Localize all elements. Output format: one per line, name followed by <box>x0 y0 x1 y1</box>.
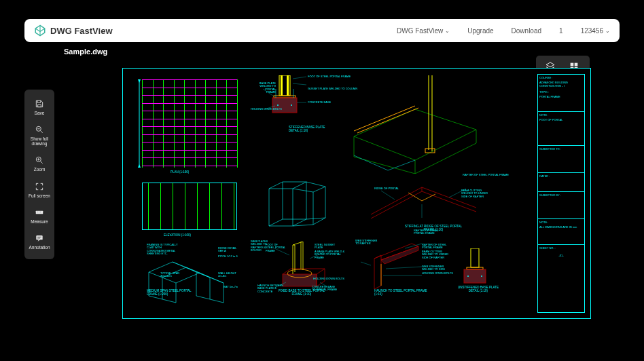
svg-rect-52 <box>464 269 486 283</box>
label: WEB STIFFENER TO RAFTER <box>355 240 379 246</box>
plan-view: document.write(Array.from({length:10},(_… <box>142 79 237 168</box>
nav-user-dropdown[interactable]: 123456⌄ <box>581 27 610 35</box>
label: TYPICAL SPAN 30m-40m <box>160 272 184 278</box>
svg-line-32 <box>381 191 395 200</box>
chevron-down-icon: ⌄ <box>605 28 610 34</box>
elevation-title: ELEVATION (1:100) <box>164 233 191 237</box>
svg-rect-5 <box>575 63 578 66</box>
document-filename: Sample.dwg <box>64 48 107 56</box>
app-logo: DWG FastView <box>34 24 113 37</box>
label: FRAMING IS TYPICALLY CLAD WITH CORRUGATE… <box>147 244 181 256</box>
label: PITCH 1/12 to 6 <box>218 255 238 258</box>
title-block: COURSE : ADVANCED BUILDING CONSTRUCTION … <box>537 74 585 313</box>
unstiffened-base <box>456 248 503 286</box>
label: FOOT OF STEEL PORTAL FRAME <box>308 75 351 78</box>
left-toolbar: Save Show full drawing Zoom Full screen … <box>24 90 54 259</box>
nav-upgrade[interactable]: Upgrade <box>467 27 493 35</box>
nav-fastview-dropdown[interactable]: DWG FastView⌄ <box>397 27 450 35</box>
label: HOLDING DOWN BOLTS <box>422 272 453 275</box>
svg-point-54 <box>481 276 482 277</box>
annotation-button[interactable]: Annotation <box>24 229 54 254</box>
svg-marker-10 <box>138 164 141 168</box>
logo-icon <box>34 24 46 37</box>
nav-download[interactable]: Download <box>512 27 541 35</box>
label: FOOT OF STEEL PORTAL FRAME <box>266 244 286 252</box>
label: STEEL GUSSET PLATE <box>315 244 342 250</box>
svg-rect-28 <box>425 149 435 153</box>
label: RIDGE OF PORTAL <box>374 187 399 190</box>
drawing-canvas[interactable]: document.write(Array.from({length:10},(_… <box>122 68 591 319</box>
label: A BASE PLATE WELD & BOLTED TO PORTAL FRA… <box>315 250 345 259</box>
haunch-title: HAUNCH TO STEEL PORTAL FRAME (1:10) <box>374 289 429 296</box>
label: BAY 5m-7m <box>223 286 238 288</box>
label: WALL HEIGHT 4m-8m <box>218 272 238 278</box>
magnify-plus-icon <box>35 155 44 165</box>
svg-marker-9 <box>138 79 141 83</box>
annotation-icon <box>35 233 44 243</box>
app-title: DWG FastView <box>50 26 113 36</box>
label: RAFTER OF STEEL PORTAL FRAME <box>463 174 509 176</box>
ridge-title: STIFFING AT RIDGE OF STEEL PORTAL FRAME … <box>403 225 464 231</box>
svg-point-17 <box>291 104 292 106</box>
magnify-minus-icon <box>35 125 44 134</box>
svg-rect-3 <box>36 235 42 240</box>
medium-span-title: MEDIUM SPAN STEEL PORTAL FRAME (1:200) <box>147 289 201 296</box>
svg-line-20 <box>293 77 306 79</box>
save-button[interactable]: Save <box>24 95 54 119</box>
label: HOLDING DOWN BOLTS <box>251 108 282 111</box>
svg-line-21 <box>293 83 306 85</box>
fullscreen-button[interactable]: Full screen <box>24 178 54 202</box>
svg-rect-50 <box>471 248 479 267</box>
svg-line-48 <box>386 267 422 269</box>
wireframe-3d <box>259 178 334 233</box>
svg-rect-2 <box>36 210 43 214</box>
stiffened-title: STIFFENED BASE PLATE DETAIL (1:10) <box>289 126 329 132</box>
svg-rect-4 <box>571 63 574 66</box>
label: BEAM CUTTING WELDED TO UNDER SIDE OF RAF… <box>461 189 488 198</box>
save-icon <box>35 99 44 109</box>
label: WEB STIFFENER WELDED TO SIDE <box>422 265 449 271</box>
unstiffened-title: UNSTIFFENED BASE PLATE DETAIL (1:10) <box>454 286 502 292</box>
svg-rect-13 <box>287 75 289 96</box>
chevron-down-icon: ⌄ <box>445 28 450 34</box>
fixed-base-title: FIXED BASE TO STEEL PORTAL FRAME (1:10) <box>278 289 325 296</box>
zoom-button[interactable]: Zoom <box>24 151 54 176</box>
label: RAFTER OF STEEL PORTAL FRAME <box>422 244 448 250</box>
svg-point-16 <box>277 104 279 106</box>
label: RIDGE DETAIL SEE A <box>218 247 242 253</box>
elevation-view: document.write(Array.from({length:8},(_,… <box>142 183 237 230</box>
perspective-3d: document.write(Array.from({length:8},(_,… <box>347 75 483 174</box>
nav-note-count[interactable]: 1 <box>559 27 563 35</box>
svg-line-46 <box>361 262 371 265</box>
show-full-button[interactable]: Show full drawing <box>24 121 54 150</box>
measure-icon <box>35 208 44 217</box>
label: CONCRETE BASE <box>308 101 331 104</box>
label: HOLDING DOWN BOLTS <box>313 278 344 280</box>
plan-title: PLAN (1:100) <box>171 170 189 174</box>
label: BEAM CUTTING WELDED TO UNDER SIDE OF RAF… <box>422 250 449 259</box>
measure-button[interactable]: Measure <box>24 204 54 228</box>
fullscreen-icon <box>35 182 44 191</box>
top-nav: DWG FastView⌄ Upgrade Download 1 123456⌄ <box>397 27 610 35</box>
svg-point-53 <box>467 276 469 277</box>
label: BASE PLATE WELDED TO PORTAL FRAME <box>255 82 276 94</box>
svg-rect-12 <box>281 75 283 96</box>
top-bar: DWG FastView DWG FastView⌄ Upgrade Downl… <box>24 19 620 42</box>
